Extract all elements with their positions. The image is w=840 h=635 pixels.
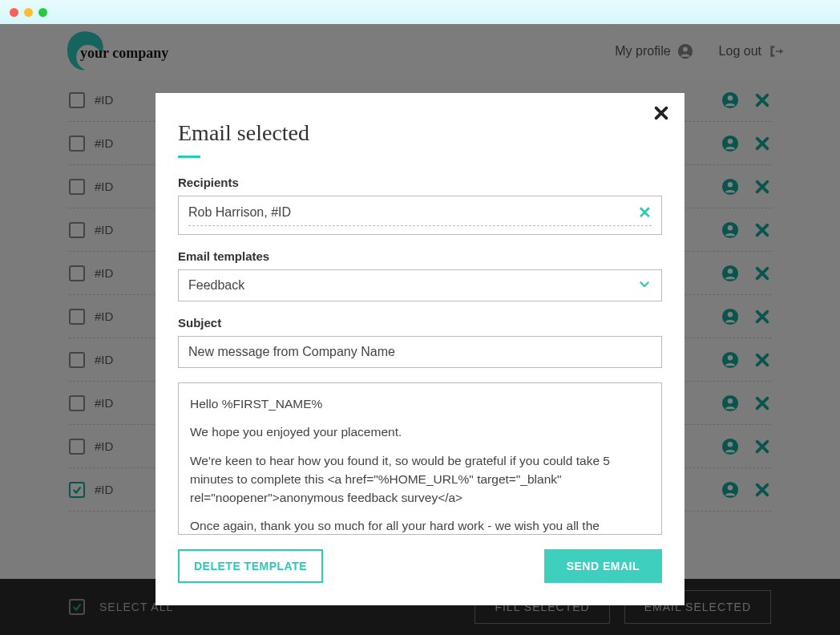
body-line: Hello %FIRST_NAME% bbox=[190, 394, 650, 413]
window-close-dot[interactable] bbox=[10, 8, 18, 17]
modal-title: Email selected bbox=[178, 120, 662, 146]
recipient-name: Rob Harrison, #ID bbox=[188, 205, 291, 220]
title-underline bbox=[178, 156, 200, 158]
body-line: We're keen to hear how you found it, so … bbox=[190, 451, 650, 508]
delete-template-button[interactable]: DELETE TEMPLATE bbox=[178, 549, 323, 583]
template-select[interactable]: Feedback bbox=[178, 269, 662, 301]
subject-input[interactable]: New message from Company Name bbox=[178, 336, 662, 368]
body-line: Once again, thank you so much for all yo… bbox=[190, 516, 650, 535]
subject-value: New message from Company Name bbox=[188, 345, 395, 358]
close-icon bbox=[652, 104, 670, 122]
window-maximize-dot[interactable] bbox=[38, 8, 47, 17]
remove-recipient-icon[interactable]: ✕ bbox=[638, 204, 652, 220]
recipients-field[interactable]: Rob Harrison, #ID ✕ bbox=[178, 196, 662, 235]
email-selected-modal: Email selected Recipients Rob Harrison, … bbox=[155, 93, 685, 605]
window-minimize-dot[interactable] bbox=[24, 8, 33, 17]
subject-label: Subject bbox=[178, 316, 662, 330]
send-email-button[interactable]: SEND EMAIL bbox=[544, 549, 662, 583]
chevron-down-icon bbox=[637, 277, 652, 294]
templates-label: Email templates bbox=[178, 249, 662, 263]
recipients-label: Recipients bbox=[178, 176, 662, 189]
recipient-chip: Rob Harrison, #ID ✕ bbox=[188, 204, 652, 226]
body-line: We hope you enjoyed your placement. bbox=[190, 423, 650, 441]
template-value: Feedback bbox=[188, 278, 244, 292]
modal-close-button[interactable] bbox=[652, 104, 670, 125]
window-titlebar bbox=[0, 0, 840, 24]
email-body-editor[interactable]: Hello %FIRST_NAME% We hope you enjoyed y… bbox=[178, 382, 662, 535]
